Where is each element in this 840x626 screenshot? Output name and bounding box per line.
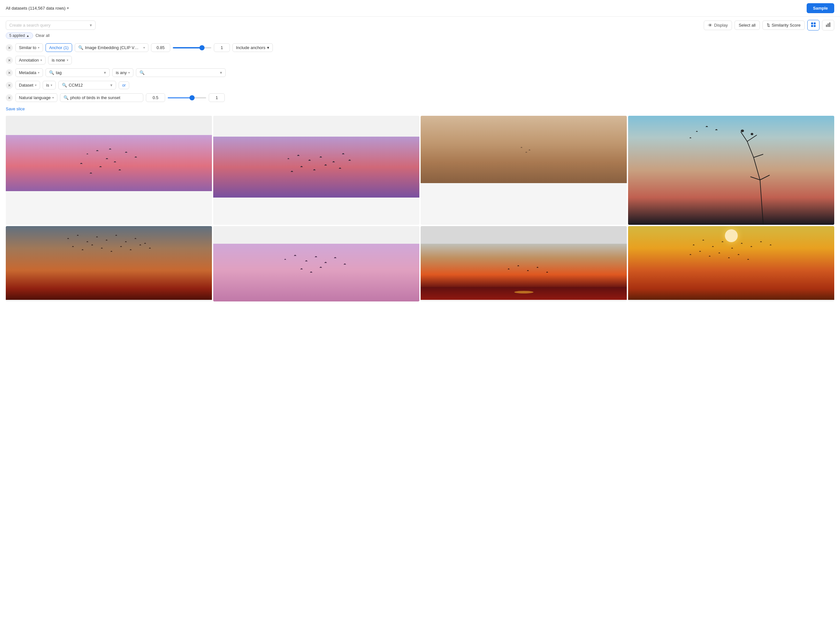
include-anchors-label: Include anchors — [236, 45, 265, 50]
remove-filter-2-button[interactable]: × — [6, 57, 13, 64]
image-6 — [213, 244, 419, 302]
include-anchors-dropdown[interactable]: Include anchors ▾ — [233, 43, 273, 52]
filter-type-3-label: Metadata — [19, 70, 36, 75]
filter-row-annotation: × Annotation ▾ is none ▾ — [6, 55, 834, 66]
image-5 — [6, 226, 212, 300]
save-slice-link[interactable]: Save slice — [0, 103, 840, 114]
metadata-value-select[interactable]: 🔍 ▾ — [136, 68, 226, 77]
search-icon: 🔍 — [62, 83, 67, 88]
image-card-2[interactable] — [213, 116, 419, 225]
dropdown-arrow-icon: ▾ — [41, 58, 42, 62]
anchor-button[interactable]: Anchor (1) — [45, 43, 72, 52]
tag-select[interactable]: 🔍 tag ▾ — [45, 68, 110, 77]
image-card-3[interactable] — [421, 116, 627, 225]
display-button[interactable]: 👁 Display — [704, 20, 732, 30]
svg-rect-1 — [814, 22, 816, 24]
select-all-button[interactable]: Select all — [734, 20, 760, 30]
remove-filter-4-button[interactable]: × — [6, 82, 13, 89]
search-icon: 🔍 — [78, 45, 83, 50]
chart-icon — [826, 22, 831, 27]
svg-rect-4 — [826, 25, 827, 27]
dataset-title-text: All datasets (114,567 data rows) — [6, 6, 66, 11]
search-icon: 🔍 — [49, 70, 54, 75]
filter-type-5[interactable]: Natural language ▾ — [16, 93, 58, 102]
search-icon: 🔍 — [139, 70, 145, 75]
filter-row-nl: × Natural language ▾ 🔍 — [6, 92, 834, 103]
remove-filter-1-button[interactable]: × — [6, 44, 13, 51]
embedding-select[interactable]: 🔍 Image Embedding (CLIP ViT... ▾ — [75, 43, 148, 52]
score-right-5[interactable] — [209, 93, 225, 102]
filter-row-dataset: × Dataset ▾ is ▾ 🔍 CCM12 ▾ or — [6, 80, 834, 91]
search-icon: 🔍 — [64, 95, 69, 100]
dropdown-arrow-icon: ▾ — [67, 58, 68, 62]
nl-query-input[interactable] — [70, 95, 140, 100]
toolbar-right: 👁 Display Select all ⇅ Similarity Score — [704, 20, 834, 30]
filter-type-1[interactable]: Similar to ▾ — [16, 43, 43, 52]
image-card-6[interactable] — [213, 226, 419, 302]
svg-rect-6 — [829, 22, 831, 27]
search-placeholder: Create a search query — [9, 23, 51, 28]
dropdown-arrow-icon: ▾ — [38, 71, 39, 74]
arrow-up-icon: ▲ — [26, 34, 30, 38]
view-chart-button[interactable] — [822, 20, 834, 30]
similarity-slider-1[interactable] — [173, 47, 211, 49]
sample-button[interactable]: Sample — [807, 3, 834, 13]
similarity-score-label: Similarity Score — [772, 23, 801, 28]
image-card-5[interactable] — [6, 226, 212, 302]
image-8 — [628, 226, 834, 300]
search-query-input[interactable]: Create a search query ▾ — [6, 20, 95, 30]
score-input-1[interactable] — [151, 43, 170, 52]
or-button[interactable]: or — [119, 81, 129, 89]
dropdown-arrow-icon: ▾ — [38, 46, 39, 49]
tag-label: tag — [56, 70, 62, 75]
filter-condition-4[interactable]: is ▾ — [43, 81, 56, 89]
svg-line-9 — [747, 141, 754, 158]
sort-icon: ⇅ — [767, 23, 770, 28]
score-input-5[interactable] — [146, 93, 165, 102]
applied-badge[interactable]: 5 applied ▲ — [6, 32, 33, 39]
filter-condition-2[interactable]: is none ▾ — [48, 56, 72, 64]
nl-input-container[interactable]: 🔍 — [60, 93, 143, 102]
card-top-6 — [213, 226, 419, 244]
svg-line-11 — [747, 135, 757, 141]
filter-type-4[interactable]: Dataset ▾ — [16, 81, 40, 89]
svg-point-16 — [751, 133, 753, 135]
remove-filter-3-button[interactable]: × — [6, 69, 13, 76]
dropdown-arrow-icon: ▾ — [52, 96, 54, 99]
card-top-7 — [421, 226, 627, 244]
image-card-7[interactable] — [421, 226, 627, 302]
svg-line-14 — [751, 177, 760, 180]
filter-type-5-label: Natural language — [19, 95, 51, 100]
clear-all-button[interactable]: Clear all — [36, 33, 50, 38]
card-top-2 — [213, 116, 419, 137]
dataset-value-select[interactable]: 🔍 CCM12 ▾ — [58, 81, 116, 89]
images-grid — [0, 114, 840, 303]
dropdown-arrow-icon: ▾ — [267, 45, 269, 50]
similarity-score-button[interactable]: ⇅ Similarity Score — [762, 20, 805, 30]
svg-rect-3 — [814, 25, 816, 27]
score-right-1[interactable] — [214, 43, 230, 52]
image-card-4[interactable] — [628, 116, 834, 225]
svg-rect-0 — [811, 22, 813, 24]
eye-icon: 👁 — [708, 23, 712, 28]
applied-count: 5 applied — [9, 33, 25, 38]
svg-rect-2 — [811, 25, 813, 27]
grid-icon — [811, 22, 816, 27]
embedding-label: Image Embedding (CLIP ViT... — [85, 45, 139, 50]
filter-type-3[interactable]: Metadata ▾ — [16, 68, 43, 77]
view-grid-button[interactable] — [807, 20, 820, 30]
dropdown-arrow-icon: ▾ — [220, 70, 222, 75]
filter-condition-3[interactable]: is any ▾ — [112, 68, 133, 77]
svg-line-8 — [754, 158, 760, 180]
similarity-slider-5[interactable] — [168, 97, 206, 99]
image-1 — [6, 135, 212, 191]
filter-type-2[interactable]: Annotation ▾ — [16, 56, 45, 64]
dropdown-arrow-icon: ▾ — [143, 46, 145, 49]
filter-condition-4-label: is — [46, 83, 49, 88]
filter-condition-2-label: is none — [52, 58, 65, 63]
image-card-1[interactable] — [6, 116, 212, 225]
slider-container-1 — [173, 47, 211, 49]
dataset-title[interactable]: All datasets (114,567 data rows) ▾ — [6, 6, 69, 11]
image-card-8[interactable] — [628, 226, 834, 302]
remove-filter-5-button[interactable]: × — [6, 94, 13, 101]
